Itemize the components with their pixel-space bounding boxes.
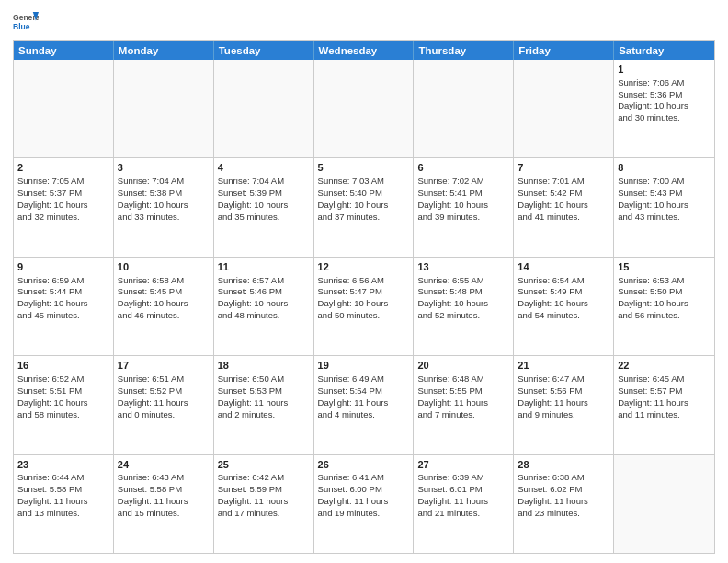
day-info-line: Sunrise: 6:39 AM bbox=[417, 472, 509, 484]
day-info-line: and 4 minutes. bbox=[318, 409, 410, 421]
day-info-line: Sunrise: 6:43 AM bbox=[118, 472, 210, 484]
cal-cell: 5Sunrise: 7:03 AMSunset: 5:40 PMDaylight… bbox=[314, 158, 415, 256]
cal-cell: 23Sunrise: 6:44 AMSunset: 5:58 PMDayligh… bbox=[14, 455, 114, 553]
day-number: 17 bbox=[118, 359, 210, 373]
day-number: 13 bbox=[417, 260, 509, 274]
day-info-line: and 33 minutes. bbox=[118, 212, 210, 224]
cal-cell: 11Sunrise: 6:57 AMSunset: 5:46 PMDayligh… bbox=[214, 258, 314, 355]
cal-cell: 14Sunrise: 6:54 AMSunset: 5:49 PMDayligh… bbox=[514, 258, 614, 355]
day-info-line: Sunset: 5:37 PM bbox=[17, 188, 109, 200]
cal-cell bbox=[14, 60, 114, 157]
day-info-line: Sunset: 5:38 PM bbox=[118, 188, 210, 200]
day-info-line: and 13 minutes. bbox=[17, 508, 109, 520]
day-info-line: Sunset: 5:51 PM bbox=[17, 385, 109, 397]
day-info-line: and 15 minutes. bbox=[118, 508, 210, 520]
calendar-header: SundayMondayTuesdayWednesdayThursdayFrid… bbox=[14, 41, 714, 60]
cal-cell: 26Sunrise: 6:41 AMSunset: 6:00 PMDayligh… bbox=[314, 455, 415, 553]
cal-cell: 20Sunrise: 6:48 AMSunset: 5:55 PMDayligh… bbox=[414, 356, 514, 454]
cal-cell: 16Sunrise: 6:52 AMSunset: 5:51 PMDayligh… bbox=[14, 356, 114, 454]
day-of-week-tuesday: Tuesday bbox=[214, 41, 314, 60]
day-of-week-wednesday: Wednesday bbox=[314, 41, 415, 60]
day-info-line: Daylight: 11 hours bbox=[318, 496, 410, 508]
day-info-line: Daylight: 10 hours bbox=[17, 200, 109, 212]
day-info-line: and 17 minutes. bbox=[218, 508, 310, 520]
day-info-line: Sunset: 5:49 PM bbox=[518, 286, 609, 298]
day-number: 15 bbox=[618, 260, 711, 274]
day-info-line: Sunset: 5:59 PM bbox=[218, 484, 310, 496]
day-info-line: and 7 minutes. bbox=[417, 409, 509, 421]
day-info-line: and 11 minutes. bbox=[618, 409, 711, 421]
day-info-line: Sunset: 5:52 PM bbox=[118, 385, 210, 397]
day-info-line: and 41 minutes. bbox=[518, 212, 609, 224]
day-info-line: and 21 minutes. bbox=[417, 508, 509, 520]
day-number: 7 bbox=[518, 161, 609, 175]
day-number: 24 bbox=[118, 458, 210, 472]
day-info-line: Sunrise: 6:59 AM bbox=[17, 275, 109, 287]
cal-cell: 1Sunrise: 7:06 AMSunset: 5:36 PMDaylight… bbox=[614, 60, 714, 157]
day-info-line: Sunrise: 6:58 AM bbox=[118, 275, 210, 287]
day-info-line: and 39 minutes. bbox=[417, 212, 509, 224]
day-info-line: Sunrise: 6:52 AM bbox=[17, 373, 109, 385]
cal-cell: 18Sunrise: 6:50 AMSunset: 5:53 PMDayligh… bbox=[214, 356, 314, 454]
week-row-4: 16Sunrise: 6:52 AMSunset: 5:51 PMDayligh… bbox=[14, 356, 714, 454]
day-info-line: Daylight: 11 hours bbox=[417, 397, 509, 409]
day-info-line: and 46 minutes. bbox=[118, 310, 210, 322]
day-info-line: Sunrise: 6:54 AM bbox=[518, 275, 609, 287]
cal-cell bbox=[314, 60, 415, 157]
day-info-line: Sunrise: 7:06 AM bbox=[618, 77, 711, 89]
day-info-line: Daylight: 11 hours bbox=[118, 496, 210, 508]
day-info-line: and 37 minutes. bbox=[318, 212, 410, 224]
day-info-line: Sunset: 5:44 PM bbox=[17, 286, 109, 298]
cal-cell bbox=[614, 455, 714, 553]
cal-cell: 19Sunrise: 6:49 AMSunset: 5:54 PMDayligh… bbox=[314, 356, 415, 454]
day-info-line: Sunset: 5:57 PM bbox=[618, 385, 711, 397]
day-info-line: Sunrise: 6:50 AM bbox=[218, 373, 310, 385]
day-number: 3 bbox=[118, 161, 210, 175]
day-info-line: Sunset: 5:36 PM bbox=[618, 89, 711, 101]
day-info-line: and 45 minutes. bbox=[17, 310, 109, 322]
day-info-line: Sunset: 5:42 PM bbox=[518, 188, 609, 200]
day-number: 8 bbox=[618, 161, 711, 175]
day-info-line: Sunrise: 7:02 AM bbox=[417, 176, 509, 188]
day-info-line: Sunrise: 6:53 AM bbox=[618, 275, 711, 287]
day-of-week-friday: Friday bbox=[514, 41, 614, 60]
page: General Blue SundayMondayTuesdayWednesda… bbox=[0, 0, 728, 563]
day-info-line: Daylight: 11 hours bbox=[118, 397, 210, 409]
cal-cell: 17Sunrise: 6:51 AMSunset: 5:52 PMDayligh… bbox=[114, 356, 214, 454]
day-number: 16 bbox=[17, 359, 109, 373]
day-info-line: and 23 minutes. bbox=[518, 508, 609, 520]
day-info-line: and 52 minutes. bbox=[417, 310, 509, 322]
day-info-line: Sunset: 5:46 PM bbox=[218, 286, 310, 298]
cal-cell: 22Sunrise: 6:45 AMSunset: 5:57 PMDayligh… bbox=[614, 356, 714, 454]
day-info-line: Sunrise: 6:45 AM bbox=[618, 373, 711, 385]
day-number: 27 bbox=[417, 458, 509, 472]
day-number: 11 bbox=[218, 260, 310, 274]
calendar: SundayMondayTuesdayWednesdayThursdayFrid… bbox=[13, 40, 715, 554]
day-info-line: Sunset: 5:55 PM bbox=[417, 385, 509, 397]
day-info-line: Sunrise: 6:47 AM bbox=[518, 373, 609, 385]
day-info-line: Sunset: 5:47 PM bbox=[318, 286, 410, 298]
day-info-line: Daylight: 10 hours bbox=[618, 100, 711, 112]
day-info-line: Sunset: 6:00 PM bbox=[318, 484, 410, 496]
cal-cell: 12Sunrise: 6:56 AMSunset: 5:47 PMDayligh… bbox=[314, 258, 415, 355]
day-info-line: Daylight: 10 hours bbox=[618, 200, 711, 212]
day-info-line: Daylight: 10 hours bbox=[118, 200, 210, 212]
day-info-line: Daylight: 10 hours bbox=[318, 200, 410, 212]
cal-cell: 8Sunrise: 7:00 AMSunset: 5:43 PMDaylight… bbox=[614, 158, 714, 256]
day-info-line: and 19 minutes. bbox=[318, 508, 410, 520]
day-number: 22 bbox=[618, 359, 711, 373]
day-info-line: Sunset: 5:50 PM bbox=[618, 286, 711, 298]
day-of-week-saturday: Saturday bbox=[614, 41, 714, 60]
cal-cell bbox=[114, 60, 214, 157]
day-of-week-thursday: Thursday bbox=[414, 41, 514, 60]
day-info-line: and 54 minutes. bbox=[518, 310, 609, 322]
day-info-line: Sunrise: 6:49 AM bbox=[318, 373, 410, 385]
day-info-line: Sunrise: 6:51 AM bbox=[118, 373, 210, 385]
day-info-line: Daylight: 11 hours bbox=[618, 397, 711, 409]
day-info-line: Daylight: 11 hours bbox=[518, 397, 609, 409]
cal-cell: 24Sunrise: 6:43 AMSunset: 5:58 PMDayligh… bbox=[114, 455, 214, 553]
day-info-line: Sunrise: 6:42 AM bbox=[218, 472, 310, 484]
day-info-line: and 56 minutes. bbox=[618, 310, 711, 322]
day-info-line: Daylight: 11 hours bbox=[318, 397, 410, 409]
day-info-line: Sunrise: 6:55 AM bbox=[417, 275, 509, 287]
